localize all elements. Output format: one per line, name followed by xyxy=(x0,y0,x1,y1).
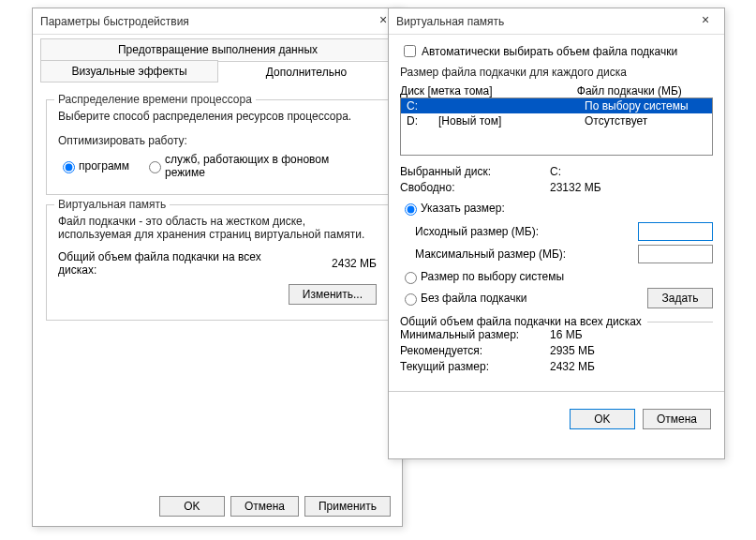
group-legend: Виртуальная память xyxy=(54,198,170,211)
rec-label: Рекомендуется: xyxy=(400,344,550,357)
selected-drive-value: C: xyxy=(550,165,561,178)
min-value: 16 МБ xyxy=(550,328,583,341)
drive-row[interactable]: D:[Новый том]Отсутствует xyxy=(401,113,712,128)
virtual-memory-dialog: Виртуальная память × Автоматически выбир… xyxy=(388,8,725,459)
rec-value: 2935 МБ xyxy=(550,344,595,357)
col-drive: Диск [метка тома] xyxy=(400,84,577,98)
ok-button[interactable]: OK xyxy=(570,409,635,429)
cur-label: Текущий размер: xyxy=(400,360,550,373)
free-label: Свободно: xyxy=(400,181,550,194)
radio-no-paging-file[interactable]: Без файла подкачки xyxy=(400,291,526,306)
selected-drive-label: Выбранный диск: xyxy=(400,165,550,178)
titlebar: Параметры быстродействия × xyxy=(33,8,402,35)
vm-total-label: Общий объем файла подкачки на всех диска… xyxy=(58,250,283,277)
initial-size-input[interactable] xyxy=(638,222,713,241)
radio-system-managed[interactable]: Размер по выбору системы xyxy=(400,269,698,284)
cancel-button[interactable]: Отмена xyxy=(230,496,299,517)
auto-manage-checkbox[interactable]: Автоматически выбирать объем файла подка… xyxy=(400,42,713,60)
per-drive-label: Размер файла подкачки для каждого диска xyxy=(400,66,713,79)
ok-button[interactable]: OK xyxy=(159,496,225,517)
change-button[interactable]: Изменить... xyxy=(289,284,377,305)
radio-programs[interactable]: программ xyxy=(58,158,129,173)
apply-button[interactable]: Применить xyxy=(304,496,391,517)
optimize-label: Оптимизировать работу: xyxy=(58,134,377,147)
drive-row[interactable]: C:По выбору системы xyxy=(401,98,712,113)
cpu-desc: Выберите способ распределения ресурсов п… xyxy=(58,110,377,123)
dialog-title: Виртуальная память xyxy=(396,15,694,28)
cur-value: 2432 МБ xyxy=(550,360,595,373)
min-label: Минимальный размер: xyxy=(400,328,550,341)
cpu-scheduling-group: Распределение времени процессора Выберит… xyxy=(46,99,389,195)
drive-list[interactable]: C:По выбору системыD:[Новый том]Отсутств… xyxy=(400,98,713,156)
radio-custom-size[interactable]: Указать размер: xyxy=(400,201,505,216)
initial-size-label: Исходный размер (МБ): xyxy=(415,225,539,238)
vm-total-value: 2432 МБ xyxy=(332,257,377,270)
cancel-button[interactable]: Отмена xyxy=(643,409,711,429)
tab-visual-effects[interactable]: Визуальные эффекты xyxy=(40,60,218,82)
radio-services[interactable]: служб, работающих в фоновом режиме xyxy=(144,153,362,179)
close-icon[interactable]: × xyxy=(694,12,717,31)
tab-advanced[interactable]: Дополнительно xyxy=(217,61,395,82)
virtual-memory-group: Виртуальная память Файл подкачки - это о… xyxy=(46,204,389,321)
titlebar: Виртуальная память × xyxy=(389,8,724,35)
tab-dep[interactable]: Предотвращение выполнения данных xyxy=(40,38,395,60)
col-file: Файл подкачки (МБ) xyxy=(577,84,713,98)
set-button[interactable]: Задать xyxy=(647,288,713,308)
max-size-label: Максимальный размер (МБ): xyxy=(415,248,566,261)
vm-desc: Файл подкачки - это область на жестком д… xyxy=(58,215,377,241)
free-value: 23132 МБ xyxy=(550,181,601,194)
max-size-input[interactable] xyxy=(638,245,713,263)
performance-options-dialog: Параметры быстродействия × Предотвращени… xyxy=(32,8,403,527)
group-legend: Распределение времени процессора xyxy=(54,93,256,106)
total-legend: Общий объем файла подкачки на всех диска… xyxy=(400,315,647,328)
dialog-title: Параметры быстродействия xyxy=(40,15,372,28)
